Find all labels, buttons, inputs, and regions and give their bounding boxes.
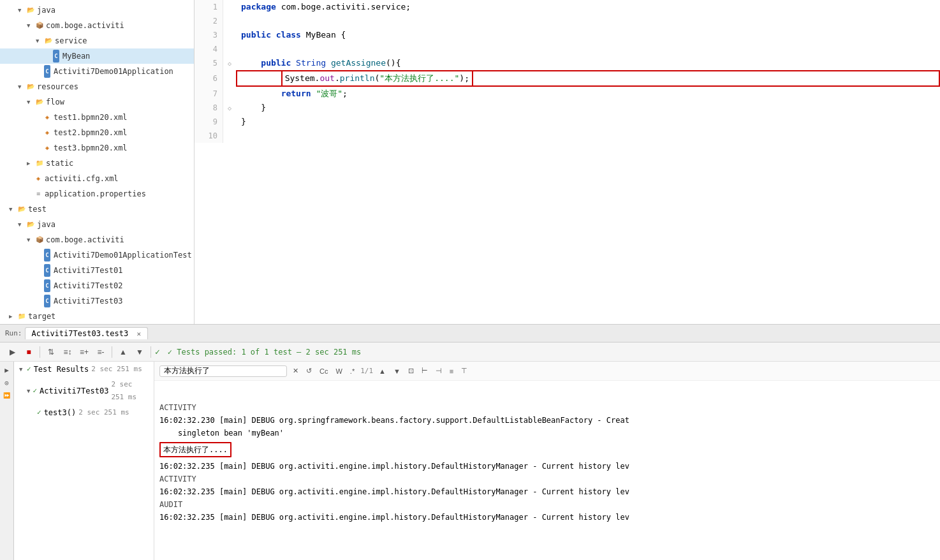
tree-item-com.boge.activiti[interactable]: ▼📦com.boge.activiti [0,18,194,33]
tree-item-java2[interactable]: ▼📂java [0,217,194,232]
test-suite[interactable]: ▼ ✓ Activiti7Test03 2 sec 251 ms [14,377,154,405]
tree-item-test[interactable]: ▼📂test [0,202,194,217]
tree-item-label: Activiti7Demo01Application [54,65,173,78]
sort-button[interactable]: ⇅ [44,345,58,359]
tree-item-label: java [37,218,55,231]
tree-item-resources[interactable]: ▼📂resources [0,79,194,94]
prev-match-button[interactable]: ▲ [377,367,388,376]
tree-item-label: test2.bpmn20.xml [54,126,128,139]
code-editor: 1package com.boge.activiti.service;23pub… [195,0,940,324]
expand-button[interactable]: ≡+ [77,345,91,359]
side-buttons: ▶ ⊙ ⏩ [0,362,14,560]
tree-item-flow[interactable]: ▼📂flow [0,94,194,110]
package-icon: 📦 [34,235,45,245]
tree-item-Activiti7Demo01Application[interactable]: CActiviti7Demo01Application [0,64,194,79]
tree-item-test1.bpmn20.xml[interactable]: ◈test1.bpmn20.xml [0,110,194,125]
line-content: return "波哥"; [236,87,940,101]
tree-item-label: Activiti7Test02 [54,279,122,292]
case-button[interactable]: Cc [318,367,330,376]
tree-item-static[interactable]: ▶📁static [0,156,194,171]
tree-item-MyBean[interactable]: CMyBean [0,48,194,64]
output-line: AUDIT [159,498,935,511]
tree-item-label: flow [46,96,64,108]
tree-item-activiti.cfg.xml[interactable]: ◈activiti.cfg.xml [0,171,194,186]
java-file-icon: C [42,265,52,276]
run-tab[interactable]: Activiti7Test03.test3 ✕ [25,327,149,339]
line-gutter [223,115,236,129]
search-input[interactable] [159,365,287,377]
wrap-button[interactable]: ⊡ [406,366,416,376]
tree-item-label: activiti.cfg.xml [45,172,119,185]
folder-icon: 📁 [17,311,27,321]
tree-item-target[interactable]: ▶📁target [0,309,194,324]
xml-file-icon: ◈ [42,128,52,138]
code-line: 4 [195,42,940,56]
line-content: package com.boge.activiti.service; [236,0,940,14]
line-gutter [223,14,236,28]
tree-item-label: MyBean [62,50,90,63]
refresh-button[interactable]: ↺ [304,366,314,376]
tree-item-Activiti7Demo01ApplicationTest[interactable]: CActiviti7Demo01ApplicationTest [0,247,194,263]
tree-item-Activiti7Test02[interactable]: CActiviti7Test02 [0,278,194,293]
output-toolbar: ✕ ↺ Cc W .* 1/1 ▲ ▼ ⊡ ⊢ ⊣ ≡ ⊤ [154,362,940,381]
stop-button[interactable]: ■ [22,345,36,359]
output-content: ACTIVITY16:02:32.230 [main] DEBUG org.sp… [154,381,940,526]
line-number: 1 [195,0,223,14]
run-toolbar: ▶ ■ ⇅ ≡↕ ≡+ ≡- ▲ ▼ ✓ ✓ Tests passed: 1 o… [0,343,940,362]
code-line: 6 System.out.println("本方法执行了...."); [195,70,940,87]
chevron-icon: ▼ [18,80,24,93]
line-content: } [236,101,940,115]
code-line: 8◇ } [195,101,940,115]
bottom-panel: Run: Activiti7Test03.test3 ✕ ▶ ■ ⇅ ≡↕ ≡+… [0,324,940,560]
pass-icon: ✓ [37,406,41,419]
tree-item-test3.bpmn20.xml[interactable]: ◈test3.bpmn20.xml [0,140,194,156]
code-line: 1package com.boge.activiti.service; [195,0,940,14]
line-content: public class MyBean { [236,28,940,42]
rerun-button[interactable]: ▶ [5,345,19,359]
tree-item-label: test [28,203,47,216]
collapse-button[interactable]: ≡- [94,345,108,359]
java-file-icon: C [42,281,52,291]
indent-right-button[interactable]: ⊣ [434,366,444,376]
prev-button[interactable]: ▲ [116,345,130,359]
code-line: 3public class MyBean { [195,28,940,42]
side-btn-2[interactable]: ⊙ [1,377,13,388]
close-tab-button[interactable]: ✕ [136,330,141,338]
tree-item-label: static [46,157,73,170]
test-results-root[interactable]: ▼ ✓ Test Results 2 sec 251 ms [14,362,154,377]
chevron-icon: ▼ [27,385,31,397]
chevron-icon: ▼ [27,96,33,108]
tree-item-java[interactable]: ▼📂java [0,3,194,18]
tree-item-label: com.boge.activiti [46,19,124,32]
side-btn-1[interactable]: ▶ [1,364,13,376]
line-content: System.out.println("本方法执行了...."); [236,70,940,87]
indent-left-button[interactable]: ⊢ [420,366,430,376]
test-case[interactable]: ✓ test3() 2 sec 251 ms [14,405,154,420]
tree-item-label: Activiti7Test03 [54,295,122,307]
filter-button[interactable]: ⊤ [459,366,469,376]
sort2-button[interactable]: ≡↕ [61,345,75,359]
tree-item-Activiti7Test03[interactable]: CActiviti7Test03 [0,293,194,309]
tree-item-Activiti7Test01[interactable]: CActiviti7Test01 [0,263,194,278]
chevron-icon: ▼ [9,203,15,216]
toolbar-separator2 [112,346,112,358]
word-button[interactable]: W [334,367,344,376]
side-btn-3[interactable]: ⏩ [1,390,13,401]
pass-icon: ✓ [27,363,31,376]
tree-item-test2.bpmn20.xml[interactable]: ◈test2.bpmn20.xml [0,125,194,140]
folder-icon: 📁 [34,158,45,168]
tree-item-service[interactable]: ▼📂service [0,33,194,48]
next-match-button[interactable]: ▼ [392,367,402,376]
regex-button[interactable]: .* [348,367,356,376]
toolbar-separator3 [151,346,151,358]
line-number: 10 [195,129,223,143]
tree-item-label: Activiti7Test01 [54,264,122,277]
format-button[interactable]: ≡ [448,367,455,376]
clear-search-button[interactable]: ✕ [291,366,300,376]
java-file-icon: C [42,66,52,77]
output-line: 16:02:32.235 [main] DEBUG org.activiti.e… [159,485,935,498]
tree-item-com.boge.activiti2[interactable]: ▼📦com.boge.activiti [0,232,194,247]
tree-item-application.properties[interactable]: ≡application.properties [0,186,194,202]
next-button[interactable]: ▼ [133,345,147,359]
folder-icon: 📂 [26,5,36,15]
